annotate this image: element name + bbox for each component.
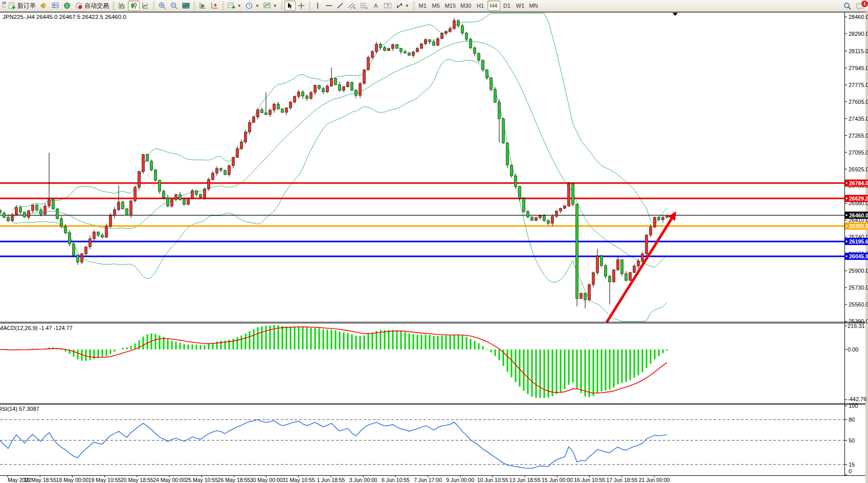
macd-zero-label: 0.00 [848, 346, 858, 353]
candle-body [146, 155, 149, 161]
market-watch-button[interactable] [50, 1, 61, 11]
text-icon: A [372, 2, 379, 9]
auto-trading-button[interactable]: 自动交易 [73, 1, 111, 11]
cursor-button[interactable] [284, 1, 296, 11]
time-axis-label: 24 May 00:00 [153, 477, 186, 483]
chart-canvas[interactable]: 28460.028290.028115.027945.027775.027605… [0, 12, 868, 483]
candle-body [261, 109, 263, 113]
rsi-label: RSI(14) 57.3087 [0, 406, 39, 412]
timeframe-M1[interactable]: M1 [416, 1, 429, 11]
text-label-tool-button[interactable]: T [382, 1, 394, 11]
timeframe-H1[interactable]: H1 [474, 1, 487, 11]
candle-body [105, 227, 108, 237]
price-axis-label: 25900.0 [849, 268, 868, 274]
price-axis-label: 28115.0 [849, 48, 868, 54]
equidistant-channel-icon: E [348, 2, 356, 9]
candle-body [404, 52, 407, 53]
toolbar-separator [153, 2, 155, 10]
toolbar: 新订单 [0, 0, 868, 12]
channel-tool-button[interactable]: E [346, 1, 358, 11]
candle-body [617, 260, 619, 270]
candle-body [576, 204, 578, 298]
candle-body [77, 255, 79, 262]
auto-scroll-button[interactable] [197, 1, 209, 11]
timeframe-M15[interactable]: M15 [443, 1, 458, 11]
candle-body [551, 216, 554, 223]
candle-body [228, 166, 231, 174]
time-axis-label: 3 Jun 00:00 [349, 477, 377, 483]
trendline-icon [337, 2, 344, 9]
notifications-button[interactable]: 1 [856, 2, 865, 10]
search-icon[interactable] [843, 2, 852, 10]
rsi-axis-label: 50 [849, 437, 855, 444]
candle-body [48, 200, 51, 206]
horizontal-line-tool-button[interactable] [323, 1, 335, 11]
candle-body [183, 200, 186, 204]
crosshair-button[interactable] [296, 1, 307, 11]
candle-body [0, 210, 2, 213]
line-chart-type-button[interactable] [140, 1, 151, 11]
candle-body [474, 48, 476, 54]
candle-body [572, 184, 574, 205]
candle-body [531, 217, 533, 221]
badge-notch-icon [846, 240, 848, 242]
timeframe-H4[interactable]: H4 [487, 1, 500, 11]
clipped-button[interactable] [1, 1, 6, 10]
time-axis-label: 1 Jun 18:55 [317, 477, 345, 483]
zoom-out-button[interactable] [168, 1, 180, 11]
timeframe-M30[interactable]: M30 [458, 1, 473, 11]
timeframe-group: M1M5M15M30H1H4D1W1MN [416, 1, 540, 11]
templates-button[interactable]: ▼ [261, 1, 279, 11]
candle-body [641, 254, 644, 261]
timeframe-M5[interactable]: M5 [430, 1, 442, 11]
candle-body [363, 70, 366, 83]
candle-body [425, 39, 427, 43]
macd-max-label: 216.31 [848, 323, 865, 329]
price-badge-label: 26460.0 [849, 212, 868, 218]
candlestick-chart-type-button[interactable] [128, 1, 140, 11]
timeframe-MN[interactable]: MN [527, 1, 540, 11]
tile-windows-button[interactable] [180, 1, 192, 11]
candle-body [159, 181, 161, 191]
candle-body [249, 122, 251, 132]
vertical-line-tool-button[interactable] [312, 1, 323, 11]
toolbar-separator [281, 2, 283, 10]
bar-chart-type-button[interactable] [116, 1, 128, 11]
candle-body [588, 284, 591, 300]
candle-body [281, 109, 284, 113]
candle-body [138, 171, 141, 187]
new-order-button[interactable]: 新订单 [6, 1, 38, 11]
periods-button[interactable]: ▼ [243, 1, 261, 11]
candle-body [294, 97, 296, 102]
arrows-shapes-icon [396, 2, 403, 9]
horizontal-line-icon [325, 2, 332, 9]
trendline-tool-button[interactable] [335, 1, 346, 11]
candle-body [584, 293, 587, 300]
news-horn-button[interactable] [38, 1, 50, 11]
toolbar-right: 1 [843, 0, 865, 12]
zoom-in-button[interactable] [157, 1, 168, 11]
price-badge-label: 26350.5 [849, 223, 868, 229]
candle-body [416, 49, 419, 52]
text-tool-button[interactable]: A [370, 1, 382, 11]
timeframe-D1[interactable]: D1 [501, 1, 514, 11]
candle-body [56, 209, 59, 218]
candle-body [122, 202, 124, 209]
candle-body [187, 199, 190, 205]
fibonacci-tool-button[interactable]: F [358, 1, 370, 11]
arrows-tool-button[interactable]: ▼ [394, 1, 411, 11]
timeframe-W1[interactable]: W1 [514, 1, 527, 11]
signals-button[interactable] [61, 1, 73, 11]
indicators-button[interactable]: ▼ [226, 1, 243, 11]
candle-body [306, 96, 308, 99]
chart-shift-button[interactable] [209, 1, 220, 11]
candle-body [408, 53, 411, 56]
candle-body [40, 210, 42, 214]
candle-body [310, 93, 313, 99]
candle-body [171, 200, 173, 206]
price-axis-label: 28460.0 [849, 14, 868, 20]
toolbar-separator [413, 2, 415, 10]
candle-body [52, 200, 55, 209]
template-icon [263, 2, 271, 9]
candle-body [646, 235, 648, 254]
